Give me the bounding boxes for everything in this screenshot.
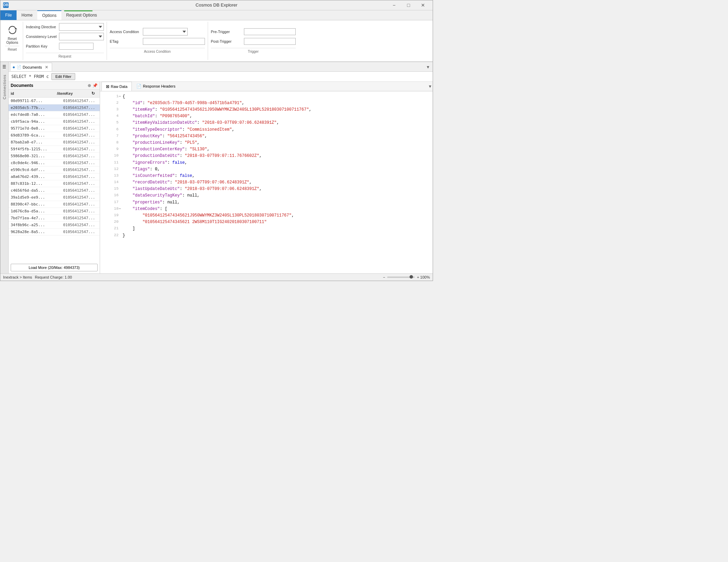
table-row[interactable]: c4656f6d-da5...01056412547... [9, 187, 100, 194]
table-row[interactable]: a8a676d2-439...01056412547... [9, 173, 100, 180]
table-row[interactable]: 95771e7d-0e0...01056412547... [9, 125, 100, 132]
etag-input[interactable] [143, 38, 205, 45]
request-section-label: Request [58, 54, 71, 58]
access-condition-section-label: Access Condition [144, 50, 170, 53]
edit-filter-button[interactable]: Edit Filter [51, 73, 75, 80]
json-line: "productKey": "5641254743456", [122, 133, 430, 140]
docs-pin-icon[interactable]: 📌 [92, 83, 98, 88]
table-row[interactable]: e2035dc5-77b...01056412547... [9, 104, 100, 111]
line-number: 12 [103, 166, 119, 173]
options-tab-indicator [64, 10, 92, 11]
table-row[interactable]: 7bd7f1ea-4e7...01056412547... [9, 215, 100, 222]
docs-new-icon[interactable]: ⊕ [88, 83, 91, 88]
line-number: 18 [103, 206, 119, 212]
header-icon: 📄 [136, 84, 141, 89]
line-number: 6 [103, 127, 119, 133]
connections-label: Connections [2, 74, 7, 99]
indexing-directive-select[interactable] [59, 23, 104, 31]
consistency-level-select[interactable] [59, 33, 104, 40]
content-area: ● 📄 Documents ✕ ▾ SELECT * FROM c Edit F… [9, 62, 433, 273]
table-row[interactable]: 887c831b-12...01056412547... [9, 180, 100, 187]
status-bar: Inextrack > Items Request Charge: 1.00 −… [0, 273, 433, 281]
json-line: "productionCenterKey": "SL130", [122, 146, 430, 153]
table-row[interactable]: 59f4f5fb-1215...01056412547... [9, 146, 100, 153]
collapse-button [119, 192, 123, 199]
table-row[interactable]: 39a1d5e9-ee9...01056412547... [9, 194, 100, 201]
line-number: 8 [103, 140, 119, 146]
line-number: 2 [103, 100, 119, 107]
col-key-header: /itemKey [57, 91, 91, 96]
raw-data-tab-bar: ⊠ Raw Data 📄 Response Headers ▾ [100, 82, 433, 91]
refresh-icon[interactable]: ↻ [91, 91, 98, 96]
collapse-button[interactable]: − [119, 93, 123, 100]
json-line: "productionLineKey": "PL5", [122, 140, 430, 146]
documents-tab[interactable]: ● 📄 Documents ✕ [10, 63, 52, 71]
table-row[interactable]: 1d676c8a-d5a...01056412547... [9, 208, 100, 215]
table-row[interactable]: cb9f5aca-94a...01056412547... [9, 118, 100, 125]
line-number: 19 [103, 212, 119, 219]
connections-btn[interactable]: ☰ [1, 63, 8, 70]
docs-table-body: 00d99711-67...01056412547...e2035dc5-77b… [9, 98, 100, 262]
json-line: "properties": null, [122, 199, 430, 206]
ribbon-body: Reset Options Reset Indexing Directive C… [0, 20, 433, 62]
tab-response-headers[interactable]: 📄 Response Headers [132, 82, 180, 91]
table-row[interactable]: e590c9cd-6df...01056412547... [9, 167, 100, 173]
close-button[interactable]: ✕ [416, 2, 430, 9]
table-row[interactable]: 87bab2a0-e7...01056412547... [9, 139, 100, 146]
maximize-button[interactable]: □ [402, 2, 415, 9]
reset-options-group[interactable]: Reset Options Reset [2, 22, 23, 60]
doc-tab-label: Documents [23, 65, 42, 69]
raw-data-tab-label: Raw Data [111, 84, 127, 89]
table-row[interactable]: 59868e00-321...01056412547... [9, 153, 100, 160]
collapse-button [119, 140, 123, 146]
post-trigger-label: Post-Trigger [211, 39, 242, 43]
table-row[interactable]: 9628a28e-8a5...01056412547... [9, 229, 100, 235]
load-more-button[interactable]: Load More (20/Max: 4984373) [11, 264, 98, 271]
collapse-button [119, 179, 123, 186]
access-condition-select[interactable] [143, 28, 188, 36]
collapse-button [119, 133, 123, 140]
json-line: "productionDateUtc": "2018-03-07T09:07:1… [122, 153, 430, 159]
minimize-button[interactable]: − [387, 2, 401, 9]
tab-bar-chevron-icon[interactable]: ▾ [425, 64, 431, 70]
zoom-minus-icon[interactable]: − [383, 275, 385, 279]
table-row[interactable]: 69d83789-6ca...01056412547... [9, 132, 100, 139]
request-charge: Request Charge: 1.00 [35, 275, 72, 279]
tab-file[interactable]: File [0, 10, 17, 20]
reset-label2: Options [6, 41, 18, 44]
collapse-button [119, 212, 123, 219]
reset-icon [7, 24, 18, 36]
pre-trigger-input[interactable] [244, 28, 296, 35]
raw-tab-chevron-icon[interactable]: ▾ [429, 83, 431, 89]
access-condition-label: Access Condition [110, 30, 141, 34]
doc-tab-close-icon[interactable]: ✕ [45, 65, 48, 70]
zoom-slider[interactable] [387, 277, 415, 278]
collapse-button [119, 186, 123, 192]
table-row[interactable]: 88390c47-bbc...01056412547... [9, 201, 100, 208]
json-line: "recordDateUtc": "2018-03-07T09:07:06.62… [122, 179, 430, 186]
docs-table-header: id /itemKey ↻ [9, 90, 100, 98]
table-row[interactable]: 34f8b96c-a25...01056412547... [9, 222, 100, 229]
json-line: ] [122, 225, 430, 232]
partition-key-input[interactable] [59, 43, 94, 50]
table-row[interactable]: c8c0de4c-946...01056412547... [9, 160, 100, 167]
query-bar: SELECT * FROM c Edit Filter [9, 72, 433, 82]
table-row[interactable]: 00d99711-67...01056412547... [9, 98, 100, 104]
line-number: 5 [103, 120, 119, 126]
tab-options[interactable]: Options [37, 10, 61, 20]
zoom-plus-icon[interactable]: + 100% [417, 275, 430, 279]
json-line: "010564125474345621 2WS8M110T1IG24020180… [122, 219, 430, 225]
etag-label: ETag [110, 39, 141, 43]
table-row[interactable]: edcfded8-7a0...01056412547... [9, 111, 100, 118]
breadcrumb: Inextrack > Items [3, 275, 32, 279]
grid-icon: ⊠ [106, 84, 109, 89]
window-controls: − □ ✕ [387, 2, 430, 9]
tab-raw-data[interactable]: ⊠ Raw Data [101, 82, 132, 91]
collapse-button [119, 166, 123, 173]
collapse-button[interactable]: − [119, 206, 123, 212]
post-trigger-input[interactable] [244, 38, 296, 45]
tab-request-options[interactable]: Request Options [61, 10, 102, 20]
tab-home[interactable]: Home [17, 10, 37, 20]
line-number: 11 [103, 160, 119, 166]
line-number: 14 [103, 179, 119, 186]
